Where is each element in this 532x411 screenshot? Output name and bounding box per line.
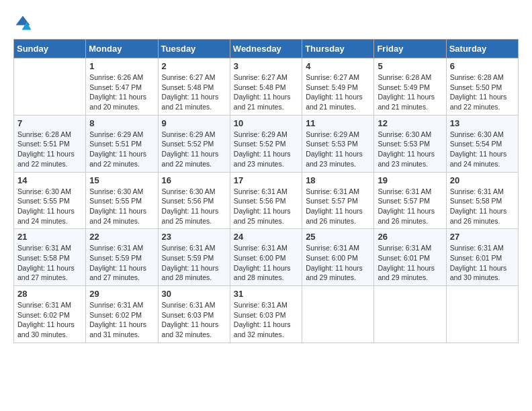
day-info: Sunrise: 6:31 AM Sunset: 5:59 PM Dayligh…: [89, 243, 154, 283]
day-number: 25: [306, 232, 370, 242]
day-info: Sunrise: 6:31 AM Sunset: 5:58 PM Dayligh…: [17, 243, 82, 283]
day-info: Sunrise: 6:29 AM Sunset: 5:51 PM Dayligh…: [89, 130, 154, 169]
calendar-cell: 24Sunrise: 6:31 AM Sunset: 6:00 PM Dayli…: [230, 229, 302, 286]
day-info: Sunrise: 6:31 AM Sunset: 6:03 PM Dayligh…: [234, 300, 298, 340]
calendar-cell: 20Sunrise: 6:31 AM Sunset: 5:58 PM Dayli…: [446, 172, 518, 229]
day-info: Sunrise: 6:28 AM Sunset: 5:51 PM Dayligh…: [17, 130, 82, 169]
calendar-cell: 3Sunrise: 6:27 AM Sunset: 5:48 PM Daylig…: [230, 58, 302, 116]
day-info: Sunrise: 6:30 AM Sunset: 5:56 PM Dayligh…: [162, 187, 226, 226]
calendar-cell: 9Sunrise: 6:29 AM Sunset: 5:52 PM Daylig…: [158, 115, 230, 172]
day-info: Sunrise: 6:29 AM Sunset: 5:52 PM Dayligh…: [234, 130, 298, 169]
calendar-cell: 18Sunrise: 6:31 AM Sunset: 5:57 PM Dayli…: [302, 172, 374, 229]
day-number: 11: [306, 118, 370, 128]
calendar-cell: [446, 286, 518, 343]
day-number: 29: [89, 289, 154, 299]
weekday-header-wednesday: Wednesday: [230, 40, 302, 58]
day-number: 19: [378, 175, 442, 185]
day-number: 17: [234, 175, 298, 185]
calendar-week-row: 28Sunrise: 6:31 AM Sunset: 6:02 PM Dayli…: [14, 286, 519, 343]
calendar-cell: 2Sunrise: 6:27 AM Sunset: 5:48 PM Daylig…: [158, 58, 230, 116]
day-info: Sunrise: 6:30 AM Sunset: 5:53 PM Dayligh…: [378, 130, 442, 169]
day-info: Sunrise: 6:31 AM Sunset: 5:58 PM Dayligh…: [450, 187, 515, 226]
weekday-header-thursday: Thursday: [302, 40, 374, 58]
calendar-cell: 15Sunrise: 6:30 AM Sunset: 5:55 PM Dayli…: [86, 172, 158, 229]
calendar-week-row: 21Sunrise: 6:31 AM Sunset: 5:58 PM Dayli…: [14, 229, 519, 286]
day-number: 26: [378, 232, 442, 242]
day-info: Sunrise: 6:30 AM Sunset: 5:55 PM Dayligh…: [89, 187, 154, 226]
calendar-table: SundayMondayTuesdayWednesdayThursdayFrid…: [13, 39, 519, 343]
day-number: 5: [378, 61, 442, 71]
day-info: Sunrise: 6:31 AM Sunset: 6:02 PM Dayligh…: [17, 300, 82, 340]
calendar-cell: [14, 58, 86, 116]
day-info: Sunrise: 6:30 AM Sunset: 5:55 PM Dayligh…: [17, 187, 82, 226]
day-info: Sunrise: 6:31 AM Sunset: 6:00 PM Dayligh…: [234, 243, 298, 283]
day-info: Sunrise: 6:31 AM Sunset: 6:01 PM Dayligh…: [450, 243, 515, 283]
calendar-week-row: 1Sunrise: 6:26 AM Sunset: 5:47 PM Daylig…: [14, 58, 519, 116]
calendar-cell: 13Sunrise: 6:30 AM Sunset: 5:54 PM Dayli…: [446, 115, 518, 172]
calendar-cell: 11Sunrise: 6:29 AM Sunset: 5:53 PM Dayli…: [302, 115, 374, 172]
day-info: Sunrise: 6:27 AM Sunset: 5:49 PM Dayligh…: [306, 73, 370, 112]
logo: [13, 13, 35, 32]
calendar-cell: 16Sunrise: 6:30 AM Sunset: 5:56 PM Dayli…: [158, 172, 230, 229]
calendar-cell: 30Sunrise: 6:31 AM Sunset: 6:03 PM Dayli…: [158, 286, 230, 343]
calendar-cell: 17Sunrise: 6:31 AM Sunset: 5:56 PM Dayli…: [230, 172, 302, 229]
calendar-week-row: 14Sunrise: 6:30 AM Sunset: 5:55 PM Dayli…: [14, 172, 519, 229]
calendar-cell: [374, 286, 446, 343]
calendar-cell: 19Sunrise: 6:31 AM Sunset: 5:57 PM Dayli…: [374, 172, 446, 229]
calendar-cell: 10Sunrise: 6:29 AM Sunset: 5:52 PM Dayli…: [230, 115, 302, 172]
day-info: Sunrise: 6:31 AM Sunset: 6:02 PM Dayligh…: [89, 300, 154, 340]
svg-marker-0: [16, 16, 30, 26]
day-number: 23: [162, 232, 226, 242]
day-number: 18: [306, 175, 370, 185]
day-number: 28: [17, 289, 82, 299]
day-number: 10: [234, 118, 298, 128]
weekday-header-tuesday: Tuesday: [158, 40, 230, 58]
day-number: 8: [89, 118, 154, 128]
day-info: Sunrise: 6:28 AM Sunset: 5:49 PM Dayligh…: [378, 73, 442, 112]
calendar-cell: 5Sunrise: 6:28 AM Sunset: 5:49 PM Daylig…: [374, 58, 446, 116]
calendar-cell: 1Sunrise: 6:26 AM Sunset: 5:47 PM Daylig…: [86, 58, 158, 116]
calendar-cell: 8Sunrise: 6:29 AM Sunset: 5:51 PM Daylig…: [86, 115, 158, 172]
day-info: Sunrise: 6:31 AM Sunset: 5:56 PM Dayligh…: [234, 187, 298, 226]
weekday-header-sunday: Sunday: [14, 40, 86, 58]
logo-icon: [13, 13, 32, 32]
calendar-cell: 25Sunrise: 6:31 AM Sunset: 6:00 PM Dayli…: [302, 229, 374, 286]
day-number: 30: [162, 289, 226, 299]
day-info: Sunrise: 6:31 AM Sunset: 5:57 PM Dayligh…: [378, 187, 442, 226]
calendar-cell: 27Sunrise: 6:31 AM Sunset: 6:01 PM Dayli…: [446, 229, 518, 286]
day-number: 24: [234, 232, 298, 242]
day-number: 13: [450, 118, 515, 128]
weekday-header-friday: Friday: [374, 40, 446, 58]
day-number: 4: [306, 61, 370, 71]
calendar-cell: 7Sunrise: 6:28 AM Sunset: 5:51 PM Daylig…: [14, 115, 86, 172]
day-info: Sunrise: 6:27 AM Sunset: 5:48 PM Dayligh…: [162, 73, 226, 112]
day-number: 12: [378, 118, 442, 128]
day-number: 27: [450, 232, 515, 242]
calendar-cell: 31Sunrise: 6:31 AM Sunset: 6:03 PM Dayli…: [230, 286, 302, 343]
day-number: 14: [17, 175, 82, 185]
day-number: 22: [89, 232, 154, 242]
weekday-header-saturday: Saturday: [446, 40, 518, 58]
day-info: Sunrise: 6:29 AM Sunset: 5:52 PM Dayligh…: [162, 130, 226, 169]
day-number: 16: [162, 175, 226, 185]
day-info: Sunrise: 6:31 AM Sunset: 6:00 PM Dayligh…: [306, 243, 370, 283]
day-info: Sunrise: 6:30 AM Sunset: 5:54 PM Dayligh…: [450, 130, 515, 169]
day-info: Sunrise: 6:26 AM Sunset: 5:47 PM Dayligh…: [89, 73, 154, 112]
day-number: 20: [450, 175, 515, 185]
day-number: 1: [89, 61, 154, 71]
calendar-cell: 28Sunrise: 6:31 AM Sunset: 6:02 PM Dayli…: [14, 286, 86, 343]
day-info: Sunrise: 6:27 AM Sunset: 5:48 PM Dayligh…: [234, 73, 298, 112]
day-number: 3: [234, 61, 298, 71]
calendar-cell: [302, 286, 374, 343]
day-number: 9: [162, 118, 226, 128]
calendar-cell: 12Sunrise: 6:30 AM Sunset: 5:53 PM Dayli…: [374, 115, 446, 172]
calendar-cell: 21Sunrise: 6:31 AM Sunset: 5:58 PM Dayli…: [14, 229, 86, 286]
calendar-cell: 6Sunrise: 6:28 AM Sunset: 5:50 PM Daylig…: [446, 58, 518, 116]
day-number: 7: [17, 118, 82, 128]
weekday-header-row: SundayMondayTuesdayWednesdayThursdayFrid…: [14, 40, 519, 58]
calendar-cell: 14Sunrise: 6:30 AM Sunset: 5:55 PM Dayli…: [14, 172, 86, 229]
day-number: 21: [17, 232, 82, 242]
day-info: Sunrise: 6:29 AM Sunset: 5:53 PM Dayligh…: [306, 130, 370, 169]
day-number: 2: [162, 61, 226, 71]
page-header: [13, 13, 519, 32]
